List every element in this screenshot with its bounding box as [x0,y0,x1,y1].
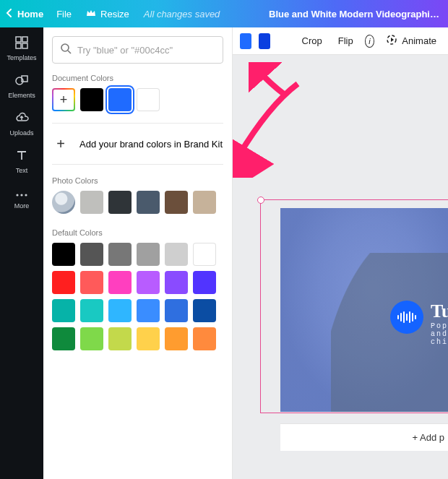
rail-uploads-label: Uploads [9,129,33,137]
color-swatch[interactable] [108,88,132,111]
search-icon [60,43,72,57]
rail-elements[interactable]: Elements [0,68,43,104]
color-swatch[interactable] [165,271,188,294]
color-swatch[interactable] [193,327,216,350]
color-swatch[interactable] [80,243,103,266]
color-swatch[interactable] [80,271,103,294]
svg-rect-2 [16,43,21,48]
add-page-button[interactable]: + Add p [280,423,448,451]
svg-line-10 [68,51,71,53]
uploads-icon [14,111,29,128]
photo-colors-header: Photo Colors [43,175,232,191]
document-title[interactable]: Blue and White Modern Videographic Musi.… [269,9,442,20]
rail-more[interactable]: More [0,181,43,217]
brand-kit-label: Add your brand colors in Brand Kit [79,139,223,150]
save-status: All changes saved [144,9,220,20]
color-swatch[interactable] [80,327,103,350]
color-swatch[interactable] [137,88,160,111]
color-swatch[interactable] [165,299,188,322]
color-swatch[interactable] [193,243,216,266]
color-swatch[interactable] [108,243,132,266]
rail-text-label: Text [16,167,28,174]
svg-rect-0 [16,37,21,42]
document-colors-header: Document Colors [43,72,232,88]
photo-source-swatch[interactable] [52,191,75,214]
color-swatch[interactable] [137,271,160,294]
color-swatch[interactable] [52,299,75,322]
color-swatch[interactable] [165,327,188,350]
svg-point-7 [20,194,22,196]
chevron-left-icon [6,9,13,20]
color-swatch[interactable] [108,271,132,294]
text-icon [14,148,29,165]
color-swatch[interactable] [52,327,75,350]
resize-handle[interactable] [257,197,264,204]
color-swatch[interactable] [137,243,160,266]
default-colors-header: Default Colors [43,227,232,243]
color-swatch[interactable] [108,299,132,322]
info-icon[interactable]: i [365,35,375,48]
color-swatch[interactable] [52,243,75,266]
rail-uploads[interactable]: Uploads [0,105,43,142]
svg-rect-3 [22,43,27,48]
toolbar-color-2[interactable] [259,33,270,49]
resize-button[interactable]: Resize [86,9,129,20]
templates-icon [14,35,29,53]
color-swatch[interactable] [193,299,216,322]
rail-more-label: More [14,202,30,210]
file-menu[interactable]: File [56,9,72,20]
design-canvas[interactable]: Tune E Pop and chill [280,208,448,412]
crown-icon [86,9,96,20]
design-subtitle[interactable]: Pop and chill [431,322,448,346]
more-icon [14,188,29,201]
svg-point-8 [25,194,27,196]
elements-icon [14,73,29,90]
audio-badge [390,301,423,334]
brand-kit-row[interactable]: + Add your brand colors in Brand Kit [43,124,232,164]
home-button[interactable]: Home [6,9,43,20]
add-page-label: + Add p [413,432,444,443]
color-swatch[interactable] [80,191,103,214]
color-swatch[interactable] [137,299,160,322]
plus-icon: + [52,135,69,152]
svg-point-6 [16,194,18,196]
color-swatch[interactable] [137,327,160,350]
color-swatch[interactable] [80,299,103,322]
color-swatch[interactable] [165,243,188,266]
flip-button[interactable]: Flip [334,33,358,49]
rail-templates[interactable]: Templates [0,30,43,66]
rail-templates-label: Templates [7,54,36,61]
rail-elements-label: Elements [8,92,35,99]
color-swatch[interactable] [165,191,188,214]
color-search-input[interactable] [77,45,215,56]
home-label: Home [17,9,43,20]
animate-icon [386,34,397,48]
color-swatch[interactable] [52,271,75,294]
color-swatch[interactable] [193,271,216,294]
toolbar-color-1[interactable] [240,33,251,49]
svg-rect-1 [22,37,27,42]
animate-label: Animate [402,35,436,46]
color-swatch[interactable] [108,191,132,214]
color-swatch[interactable] [137,191,160,214]
color-swatch[interactable] [108,327,132,350]
svg-point-9 [61,44,69,51]
color-swatch[interactable] [193,191,216,214]
animate-button[interactable]: Animate [382,31,441,51]
rail-text[interactable]: Text [0,143,43,179]
resize-label: Resize [100,9,129,20]
color-swatch[interactable] [80,88,103,111]
add-color-swatch[interactable] [52,88,75,111]
color-search[interactable] [52,36,223,64]
annotation-arrow [233,77,305,178]
design-title[interactable]: Tune E [431,301,448,322]
crop-button[interactable]: Crop [298,33,327,49]
annotation-arrow [249,62,292,98]
